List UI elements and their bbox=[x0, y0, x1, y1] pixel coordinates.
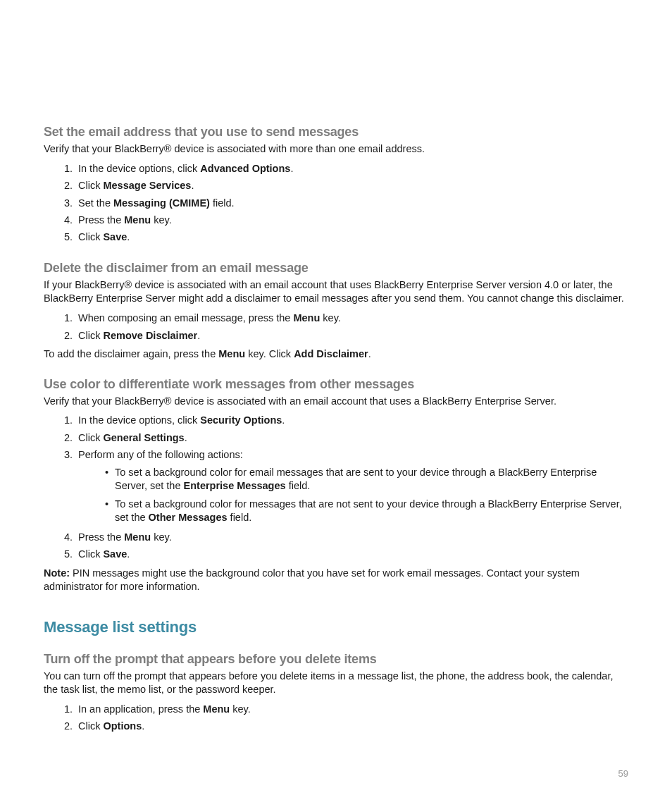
paragraph: You can turn off the prompt that appears… bbox=[44, 670, 628, 697]
ordered-list: In an application, press the Menu key. C… bbox=[44, 701, 628, 734]
list-item: Perform any of the following actions: To… bbox=[75, 447, 628, 525]
list-item: To set a background color for email mess… bbox=[105, 466, 628, 493]
list-item: Click General Settings. bbox=[75, 430, 628, 445]
heading-message-list-settings: Message list settings bbox=[44, 618, 628, 636]
list-item: Set the Messaging (CMIME) field. bbox=[75, 195, 628, 211]
list-item: Click Remove Disclaimer. bbox=[75, 328, 628, 343]
list-item: In the device options, click Security Op… bbox=[75, 412, 628, 428]
list-item: Click Message Services. bbox=[75, 178, 628, 193]
list-item: Click Save. bbox=[75, 546, 628, 562]
list-item: To set a background color for messages t… bbox=[105, 498, 628, 525]
bullet-list: To set a background color for email mess… bbox=[78, 466, 628, 525]
paragraph: Verify that your BlackBerry® device is a… bbox=[44, 395, 628, 409]
page-number: 59 bbox=[618, 768, 628, 779]
list-item: Click Save. bbox=[75, 229, 628, 245]
list-item: In an application, press the Menu key. bbox=[75, 701, 628, 717]
document-page: Set the email address that you use to se… bbox=[0, 0, 672, 807]
ordered-list: In the device options, click Advanced Op… bbox=[44, 161, 628, 245]
paragraph: If your BlackBerry® device is associated… bbox=[44, 278, 628, 306]
heading-use-color: Use color to differentiate work messages… bbox=[44, 377, 628, 392]
heading-set-email-address: Set the email address that you use to se… bbox=[44, 125, 628, 140]
paragraph: Verify that your BlackBerry® device is a… bbox=[44, 142, 628, 156]
list-item: In the device options, click Advanced Op… bbox=[75, 161, 628, 176]
list-item: Click Options. bbox=[75, 718, 628, 734]
ordered-list: In the device options, click Security Op… bbox=[44, 412, 628, 562]
note-paragraph: Note: PIN messages might use the backgro… bbox=[44, 567, 628, 594]
list-item: Press the Menu key. bbox=[75, 529, 628, 545]
heading-turn-off-prompt: Turn off the prompt that appears before … bbox=[44, 652, 628, 667]
paragraph: To add the disclaimer again, press the M… bbox=[44, 347, 628, 362]
ordered-list: When composing an email message, press t… bbox=[44, 310, 628, 343]
heading-delete-disclaimer: Delete the disclaimer from an email mess… bbox=[44, 261, 628, 276]
list-item: When composing an email message, press t… bbox=[75, 310, 628, 326]
list-item: Press the Menu key. bbox=[75, 212, 628, 228]
